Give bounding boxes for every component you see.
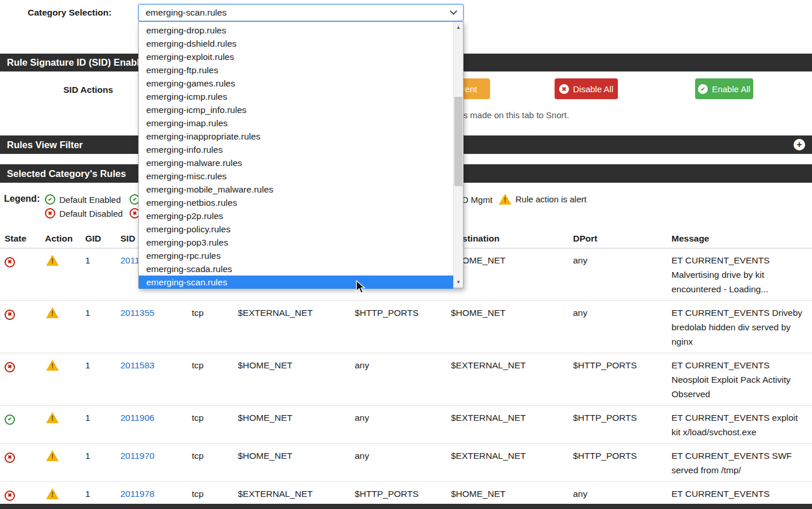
section-title-rules-view-filter: Rules View Filter <box>7 139 83 150</box>
disabled-icon: ✖ <box>45 208 55 218</box>
dropdown-option[interactable]: emerging-netbios.rules <box>139 196 453 209</box>
legend-rule-action-alert-label: Rule action is alert <box>515 194 586 204</box>
rule-state-disabled-icon[interactable]: ✖ <box>5 310 15 320</box>
chevron-down-icon <box>450 7 457 15</box>
column-header: DPort <box>568 233 667 244</box>
message-cell: ET CURRENT_EVENTS Neosploit Exploit Pack… <box>667 353 812 405</box>
category-select-value: emerging-scan.rules <box>146 7 451 18</box>
gid-cell: 1 <box>81 353 112 405</box>
rule-state-enabled-icon[interactable]: ✔ <box>5 414 15 425</box>
sid-link[interactable]: 2011970 <box>120 451 154 461</box>
dropdown-scrollbar[interactable]: ▲ ▼ <box>453 22 463 288</box>
proto-cell: tcp <box>187 406 233 443</box>
table-row: ✔!12011906tcp$HOME_NETany$EXTERNAL_NET$H… <box>0 406 812 444</box>
alert-triangle-icon: ! <box>499 194 511 205</box>
column-header: Destination <box>446 233 568 244</box>
table-row: ✖!12011970tcp$HOME_NETany$EXTERNAL_NET$H… <box>0 444 812 482</box>
category-dropdown-list: emerging-drop.rulesemerging-dshield.rule… <box>139 24 453 289</box>
dropdown-option[interactable]: emerging-malware.rules <box>139 156 453 169</box>
message-cell: ET CURRENT_EVENTS exploit kit x/load/svc… <box>667 406 812 443</box>
scroll-up-icon[interactable]: ▲ <box>454 22 463 32</box>
destination-cell: $HOME_NET <box>446 301 568 353</box>
disable-all-button[interactable]: ✖ Disable All <box>555 78 618 99</box>
rule-state-disabled-icon[interactable]: ✖ <box>5 362 15 372</box>
dropdown-option[interactable]: emerging-mobile_malware.rules <box>139 183 453 196</box>
scroll-down-icon[interactable]: ▼ <box>454 277 463 287</box>
source-cell: $HOME_NET <box>233 444 350 481</box>
dropdown-option[interactable]: emerging-rpc.rules <box>139 249 453 262</box>
rule-state-disabled-icon[interactable]: ✖ <box>5 257 15 267</box>
gid-cell: 1 <box>81 301 112 353</box>
sid-link[interactable]: 2011978 <box>120 489 154 499</box>
proto-cell: tcp <box>187 301 233 353</box>
enabled-icon: ✔ <box>45 194 55 205</box>
dropdown-option[interactable]: emerging-exploit.rules <box>139 50 453 63</box>
dport-cell: $HTTP_PORTS <box>568 353 667 405</box>
gid-cell: 1 <box>81 444 112 481</box>
rule-action-alert-icon[interactable]: ! <box>46 488 59 499</box>
destination-cell: $HOME_NET <box>446 248 568 300</box>
rule-action-alert-icon[interactable]: ! <box>46 412 59 423</box>
dropdown-option[interactable]: emerging-scada.rules <box>139 262 453 276</box>
sid-link[interactable]: 2011583 <box>120 360 154 370</box>
sport-cell: any <box>350 353 446 405</box>
dropdown-option[interactable]: emerging-drop.rules <box>139 24 453 37</box>
table-row: ✖!12011583tcp$HOME_NETany$EXTERNAL_NET$H… <box>0 353 812 406</box>
sid-link[interactable]: 2011906 <box>120 413 154 423</box>
column-header: GID <box>81 233 112 244</box>
source-cell: $EXTERNAL_NET <box>233 301 350 353</box>
dropdown-option[interactable]: emerging-info.rules <box>139 143 453 156</box>
gid-cell: 1 <box>81 248 112 300</box>
dropdown-option[interactable]: emerging-p2p.rules <box>139 209 453 223</box>
scrollbar-thumb[interactable] <box>454 97 462 186</box>
dropdown-option[interactable]: emerging-policy.rules <box>139 223 453 236</box>
dropdown-option[interactable]: emerging-scan.rules <box>139 276 453 289</box>
destination-cell: $EXTERNAL_NET <box>446 353 568 405</box>
sid-actions-label: SID Actions <box>63 85 113 95</box>
dropdown-option[interactable]: emerging-misc.rules <box>139 169 453 183</box>
message-cell: ET CURRENT_EVENTS Driveby bredolab hidde… <box>667 301 812 353</box>
rule-action-alert-icon[interactable]: ! <box>46 450 59 461</box>
dropdown-option[interactable]: emerging-inappropriate.rules <box>139 130 453 143</box>
snort-rules-page: Category Selection: emerging-scan.rules … <box>0 0 812 509</box>
rule-state-disabled-icon[interactable]: ✖ <box>5 453 15 463</box>
dropdown-option[interactable]: emerging-games.rules <box>139 77 453 90</box>
disable-all-button-label: Disable All <box>573 84 613 94</box>
gid-cell: 1 <box>81 406 112 443</box>
source-cell: $HOME_NET <box>233 353 350 405</box>
rule-action-alert-icon[interactable]: ! <box>46 307 59 318</box>
dport-cell: any <box>568 248 667 300</box>
legend-default-enabled-label: Default Enabled <box>59 195 121 205</box>
table-row: ✖!12011355tcp$EXTERNAL_NET$HTTP_PORTS$HO… <box>0 301 812 353</box>
mouse-cursor <box>356 280 366 295</box>
disable-circle-icon: ✖ <box>559 84 569 94</box>
legend-label: Legend: <box>4 194 40 204</box>
enable-all-button[interactable]: ✔ Enable All <box>695 78 753 99</box>
rule-action-alert-icon[interactable]: ! <box>46 255 59 266</box>
sport-cell: any <box>350 406 446 443</box>
proto-cell: tcp <box>187 444 233 481</box>
enable-all-button-label: Enable All <box>712 84 750 94</box>
destination-cell: $EXTERNAL_NET <box>446 444 568 481</box>
legend-default-enabled: ✔ Default Enabled <box>45 194 121 205</box>
message-cell: ET CURRENT_EVENTS SWF served from /tmp/ <box>667 444 812 481</box>
dropdown-option[interactable]: emerging-icmp.rules <box>139 90 453 103</box>
expand-plus-icon[interactable]: + <box>794 139 805 150</box>
source-cell: $HOME_NET <box>233 406 350 443</box>
message-cell: ET CURRENT_EVENTS Malvertising drive by … <box>667 248 812 300</box>
category-select[interactable]: emerging-scan.rules <box>138 4 464 21</box>
rule-action-alert-icon[interactable]: ! <box>46 360 59 371</box>
sid-link[interactable]: 2011355 <box>120 308 154 318</box>
dropdown-option[interactable]: emerging-pop3.rules <box>139 236 453 249</box>
rule-state-disabled-icon[interactable]: ✖ <box>5 491 15 501</box>
column-header: State <box>0 233 40 244</box>
category-selection-label: Category Selection: <box>28 7 112 18</box>
dropdown-option[interactable]: emerging-ftp.rules <box>139 63 453 77</box>
dropdown-option[interactable]: emerging-imap.rules <box>139 116 453 130</box>
legend-rule-action-alert: ! Rule action is alert <box>499 194 586 205</box>
legend-default-disabled: ✖ Default Disabled <box>45 208 123 218</box>
dropdown-option[interactable]: emerging-dshield.rules <box>139 37 453 50</box>
category-dropdown-panel: emerging-drop.rulesemerging-dshield.rule… <box>138 21 464 288</box>
dropdown-option[interactable]: emerging-icmp_info.rules <box>139 103 453 116</box>
column-header: Action <box>40 233 81 244</box>
